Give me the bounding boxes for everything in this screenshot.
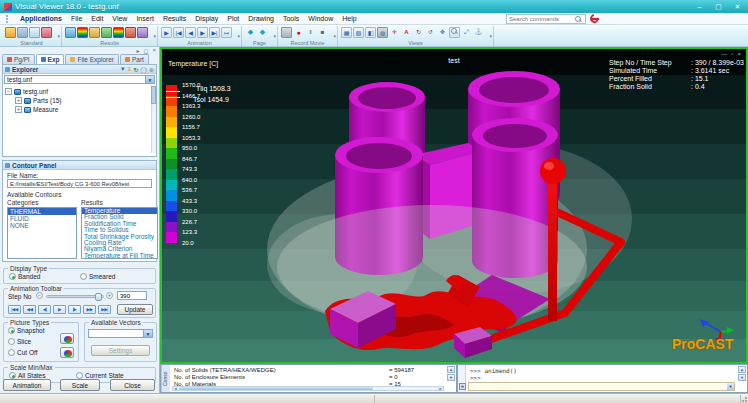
- group-overflow-icon[interactable]: ▾: [489, 33, 492, 39]
- contour-icon[interactable]: [77, 27, 88, 38]
- results-manager-icon[interactable]: [65, 27, 76, 38]
- group-overflow-icon[interactable]: ▾: [153, 33, 156, 39]
- scroll-up-icon[interactable]: ▲: [447, 366, 455, 373]
- list-item-fluid[interactable]: FLUID: [8, 215, 76, 222]
- python-input-dropdown-icon[interactable]: ▼: [727, 383, 734, 390]
- probe-icon[interactable]: [125, 27, 136, 38]
- slice-radio[interactable]: [8, 338, 15, 345]
- scroll-right-icon[interactable]: ►: [438, 387, 443, 390]
- scroll-up-icon[interactable]: ▲: [738, 366, 746, 373]
- play-button[interactable]: ▶: [53, 305, 66, 314]
- hscroll-thumb[interactable]: [179, 387, 373, 390]
- pause-icon[interactable]: ‖: [305, 27, 316, 38]
- tree-row-parts[interactable]: + Parts (15): [5, 96, 156, 105]
- go-first-button[interactable]: |◀◀: [8, 305, 21, 314]
- orbit-view-icon[interactable]: ↺: [425, 27, 436, 38]
- tree-scrollbar[interactable]: [151, 85, 156, 153]
- tree-row-measure[interactable]: + Measure: [5, 105, 156, 114]
- fit-view-icon[interactable]: ⤢: [461, 27, 472, 38]
- 3d-model-view[interactable]: [162, 49, 746, 362]
- import-icon[interactable]: [17, 27, 28, 38]
- slice-icon-button[interactable]: [60, 333, 74, 344]
- refresh-icon[interactable]: ↻: [133, 66, 138, 73]
- banded-radio[interactable]: [9, 273, 16, 280]
- list-item-temp-fill-time[interactable]: Temperature at Fill Time: [82, 253, 157, 259]
- list-item-thermal[interactable]: THERMAL: [8, 208, 76, 215]
- next-page-icon[interactable]: ◆: [257, 27, 268, 38]
- resize-grip[interactable]: [740, 395, 747, 402]
- menu-applications[interactable]: Applications: [20, 15, 62, 22]
- collapse-icon[interactable]: −: [5, 88, 12, 95]
- export-animation-icon[interactable]: ↦: [221, 27, 232, 38]
- list-item-none[interactable]: NONE: [8, 222, 76, 229]
- panel-pin-icon[interactable]: ▸: [136, 47, 139, 54]
- panel-float-icon[interactable]: ◻: [144, 47, 149, 54]
- viewport-close-icon[interactable]: ×: [737, 51, 741, 57]
- export-icon[interactable]: [41, 27, 52, 38]
- play-icon[interactable]: ▶: [197, 27, 208, 38]
- settings-button[interactable]: Settings: [91, 345, 150, 356]
- group-overflow-icon[interactable]: ▾: [273, 33, 276, 39]
- viewport-window[interactable]: Temperature [C] test — ▫ × 1570.0 1466.7…: [160, 47, 748, 364]
- expand-icon[interactable]: +: [15, 106, 22, 113]
- window-layout-icon[interactable]: ▦: [341, 27, 352, 38]
- cutoff-icon-button[interactable]: [60, 347, 74, 358]
- prev-frame-icon[interactable]: ◀: [185, 27, 196, 38]
- update-button[interactable]: Update: [117, 304, 153, 315]
- animate-icon[interactable]: ▶: [161, 27, 172, 38]
- pan-view-icon[interactable]: ✥: [437, 27, 448, 38]
- tab-pgpl[interactable]: Pg/Pl: [2, 54, 35, 64]
- scale-button[interactable]: Scale: [60, 379, 100, 391]
- slider-thumb[interactable]: [95, 293, 102, 301]
- step-value-input[interactable]: [117, 291, 147, 300]
- stop-icon[interactable]: ■: [317, 27, 328, 38]
- menu-results[interactable]: Results: [163, 15, 186, 22]
- cutoff-radio[interactable]: [8, 349, 15, 356]
- annotation-text-icon[interactable]: A: [401, 27, 412, 38]
- smeared-radio[interactable]: [80, 273, 87, 280]
- prev-page-icon[interactable]: ◆: [245, 27, 256, 38]
- window-split-icon[interactable]: ◧: [365, 27, 376, 38]
- rotate-view-icon[interactable]: ↻: [413, 27, 424, 38]
- menu-file[interactable]: File: [71, 15, 82, 22]
- close-icon[interactable]: ✕: [731, 3, 744, 11]
- axis-triad-icon[interactable]: ✛: [389, 27, 400, 38]
- first-frame-icon[interactable]: |◀: [173, 27, 184, 38]
- group-overflow-icon[interactable]: ▾: [333, 33, 336, 39]
- fringe-icon[interactable]: [113, 27, 124, 38]
- python-input-field[interactable]: [468, 382, 735, 391]
- chevron-down-icon[interactable]: ▼: [143, 330, 152, 337]
- anchor-view-icon[interactable]: ⚓: [473, 27, 484, 38]
- step-increment-button[interactable]: +: [106, 292, 113, 299]
- rewind-button[interactable]: ◀◀: [23, 305, 36, 314]
- viewport-restore-icon[interactable]: ▫: [731, 51, 733, 57]
- step-slider[interactable]: [46, 295, 104, 298]
- filter-icon[interactable]: ▼: [120, 66, 126, 73]
- menu-insert[interactable]: Insert: [136, 15, 154, 22]
- window-cascade-icon[interactable]: ▧: [353, 27, 364, 38]
- copy-icon[interactable]: [29, 27, 40, 38]
- view-sphere-icon[interactable]: ◍: [377, 27, 388, 38]
- iso-surface-icon[interactable]: [101, 27, 112, 38]
- tab-part[interactable]: Part: [120, 54, 149, 64]
- menu-window[interactable]: Window: [308, 15, 333, 22]
- console-tab[interactable]: Conso: [161, 365, 170, 392]
- group-overflow-icon[interactable]: ▾: [57, 33, 60, 39]
- all-states-radio[interactable]: [9, 372, 16, 379]
- minimize-icon[interactable]: –: [693, 3, 706, 11]
- vectors-combo[interactable]: ▼: [88, 329, 153, 338]
- step-decrement-button[interactable]: −: [36, 292, 43, 299]
- console-hscrollbar[interactable]: ◄ ►: [172, 386, 444, 391]
- current-state-radio[interactable]: [76, 372, 83, 379]
- forward-button[interactable]: ▶▶: [83, 305, 96, 314]
- scroll-down-icon[interactable]: ▼: [738, 374, 746, 381]
- maximize-icon[interactable]: ▢: [712, 3, 725, 11]
- close-button[interactable]: Close: [110, 379, 155, 391]
- scroll-down-icon[interactable]: ▼: [447, 374, 455, 381]
- menu-view[interactable]: View: [112, 15, 127, 22]
- menu-help[interactable]: Help: [342, 15, 356, 22]
- viewport-minimize-icon[interactable]: —: [721, 51, 727, 57]
- animation-button[interactable]: Animation: [3, 379, 51, 391]
- explorer-file-combo[interactable]: testg.unf ▼: [4, 75, 155, 84]
- python-run-button[interactable]: ⊞: [459, 383, 466, 390]
